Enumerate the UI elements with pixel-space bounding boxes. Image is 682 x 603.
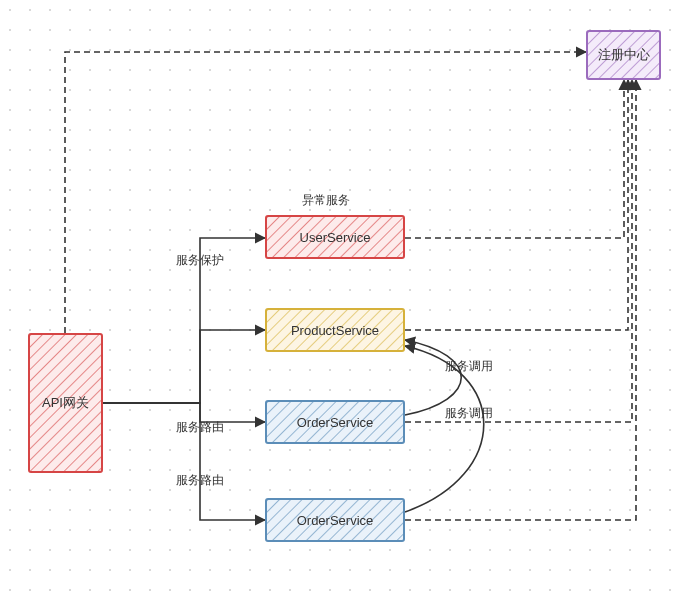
node-product-service: ProductService <box>265 308 405 352</box>
edge-order1-to-registry <box>405 80 632 422</box>
edge-user-to-registry <box>405 80 624 238</box>
label-service-call-2: 服务调用 <box>445 405 493 422</box>
edge-gateway-to-product <box>103 330 265 403</box>
node-api-gateway: API网关 <box>28 333 103 473</box>
label-service-call-1: 服务调用 <box>445 358 493 375</box>
edge-order2-to-registry <box>405 80 636 520</box>
node-user-service: UserService <box>265 215 405 259</box>
label-abnormal-service: 异常服务 <box>302 192 350 209</box>
label-service-protect: 服务保护 <box>176 252 224 269</box>
node-label: UserService <box>296 230 375 245</box>
node-label: ProductService <box>287 323 383 338</box>
edge-order1-call-product <box>405 340 461 415</box>
node-label: API网关 <box>38 394 93 412</box>
node-registry: 注册中心 <box>586 30 661 80</box>
node-label: OrderService <box>293 415 378 430</box>
node-label: OrderService <box>293 513 378 528</box>
label-service-route-2: 服务路由 <box>176 472 224 489</box>
edge-product-to-registry <box>405 80 628 330</box>
node-label: 注册中心 <box>594 46 654 64</box>
node-order-service-2: OrderService <box>265 498 405 542</box>
node-order-service-1: OrderService <box>265 400 405 444</box>
label-service-route-1: 服务路由 <box>176 419 224 436</box>
